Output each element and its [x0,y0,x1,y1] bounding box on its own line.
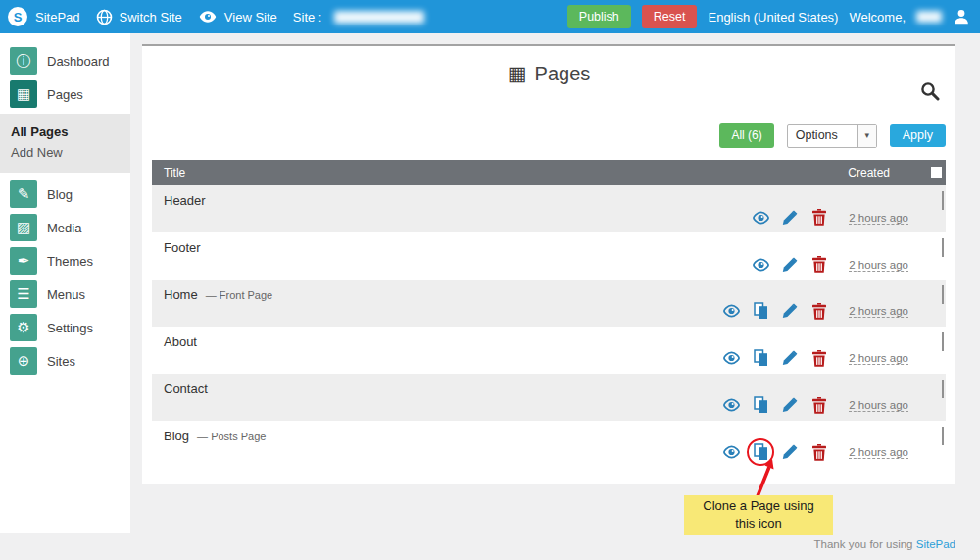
sidebar-item-themes[interactable]: ✒ Themes [0,247,130,275]
sidebar-item-dashboard[interactable]: ⓘ Dashboard [0,47,130,75]
menus-icon: ☰ [10,280,37,308]
reset-button[interactable]: Reset [642,5,698,28]
annotation-tooltip: Clone a Page using this icon [684,495,833,535]
table-row: About 2 hours ago [152,327,946,374]
publish-button[interactable]: Publish [567,5,631,28]
table-row: Home — Front Page 2 hours ago [152,280,946,327]
options-dropdown[interactable]: Options ▾ [787,124,877,148]
chevron-down-icon: ▾ [858,125,876,147]
eye-icon [198,10,218,24]
created-timestamp: 2 hours ago [849,446,908,459]
page-title-cell[interactable]: Home [164,287,198,302]
delete-icon[interactable] [805,350,834,367]
view-site-button[interactable]: View Site [198,10,277,25]
table-body: Header 2 hours ago Footer [152,185,946,468]
view-icon[interactable] [716,304,746,318]
search-icon[interactable] [920,81,940,105]
sitepad-link[interactable]: SitePad [916,538,956,550]
sidebar-item-menus[interactable]: ☰ Menus [0,280,130,308]
column-created: Created [848,166,890,179]
delete-icon[interactable] [805,397,834,414]
content-card: ▦ Pages All (6) Options ▾ Apply Title Cr… [142,44,956,484]
delete-icon[interactable] [805,256,834,273]
view-icon[interactable] [746,211,775,225]
sites-icon: ⊕ [10,347,37,375]
filter-all-button[interactable]: All (6) [719,123,773,148]
brand-name: SitePad [35,10,80,25]
page-title-suffix: — Front Page [203,289,273,301]
edit-icon[interactable] [775,397,805,413]
list-controls: All (6) Options ▾ Apply [719,123,946,148]
clone-icon[interactable] [746,349,775,367]
edit-icon[interactable] [775,210,805,226]
language-selector[interactable]: English (United States) [708,10,838,25]
created-timestamp: 2 hours ago [849,352,908,365]
table-row: Footer 2 hours ago [152,232,946,280]
table-row: Header 2 hours ago [152,185,946,232]
top-bar: S SitePad Switch Site View Site Site : P… [0,0,980,33]
created-timestamp: 2 hours ago [849,399,908,412]
edit-icon[interactable] [775,257,805,273]
username-redacted [916,11,942,23]
sitepad-admin-page: S SitePad Switch Site View Site Site : P… [0,0,980,560]
clone-icon[interactable] [746,443,775,461]
page-title-cell[interactable]: Footer [164,240,201,255]
sidebar-item-blog[interactable]: ✎ Blog [0,180,130,208]
sidebar: ⓘ Dashboard ▦ Pages All PagesAdd New ✎ B… [0,33,130,533]
settings-icon: ⚙ [10,314,37,341]
page-title-cell[interactable]: Header [164,193,206,208]
switch-site-button[interactable]: Switch Site [96,9,182,25]
page-title-cell[interactable]: Contact [164,382,208,396]
view-icon[interactable] [716,351,746,365]
pages-icon: ▦ [508,62,527,85]
edit-icon[interactable] [775,444,805,460]
view-icon[interactable] [746,258,775,272]
page-title-cell[interactable]: Blog [164,429,189,443]
pages-icon: ▦ [10,80,37,108]
created-timestamp: 2 hours ago [849,305,908,318]
created-timestamp: 2 hours ago [849,212,908,225]
delete-icon[interactable] [805,444,834,461]
globe-icon [96,9,113,25]
themes-icon: ✒ [10,247,37,275]
page-title-cell[interactable]: About [164,334,197,349]
row-checkbox[interactable] [942,191,944,210]
pages-table: Title Created Header 2 hours ago Fo [152,160,946,468]
apply-button[interactable]: Apply [890,124,946,147]
select-all-checkbox[interactable] [931,167,942,178]
clone-icon[interactable] [746,302,775,320]
user-icon[interactable] [953,8,970,25]
pages-submenu: All PagesAdd New [0,114,130,173]
sidebar-item-media[interactable]: ▨ Media [0,214,130,241]
welcome-label: Welcome, [849,10,906,25]
submenu-item-add-new[interactable]: Add New [11,142,130,163]
site-name-redacted [334,11,424,24]
submenu-item-all-pages[interactable]: All Pages [11,122,130,142]
sidebar-item-sites[interactable]: ⊕ Sites [0,347,130,375]
dashboard-icon: ⓘ [10,47,37,75]
table-row: Contact 2 hours ago [152,374,946,421]
table-row: Blog — Posts Page 2 hours ago [152,421,946,468]
delete-icon[interactable] [805,209,834,226]
delete-icon[interactable] [805,303,834,320]
edit-icon[interactable] [775,350,805,366]
view-icon[interactable] [716,398,746,412]
site-indicator: Site : [293,10,425,25]
media-icon: ▨ [10,214,37,241]
table-header: Title Created [152,160,946,185]
blog-icon: ✎ [10,180,37,208]
column-title: Title [164,166,185,179]
brand[interactable]: S SitePad [8,7,80,26]
thank-you-note: Thank you for using SitePad [814,538,956,550]
view-icon[interactable] [716,445,746,459]
sidebar-item-settings[interactable]: ⚙ Settings [0,314,130,341]
page-title-suffix: — Posts Page [194,431,266,442]
clone-icon[interactable] [746,396,775,414]
row-checkbox[interactable] [942,238,944,257]
sidebar-item-pages[interactable]: ▦ Pages [0,80,130,108]
sitepad-logo-icon: S [8,7,27,26]
created-timestamp: 2 hours ago [849,259,908,272]
edit-icon[interactable] [775,303,805,319]
page-title: ▦ Pages [142,62,956,85]
